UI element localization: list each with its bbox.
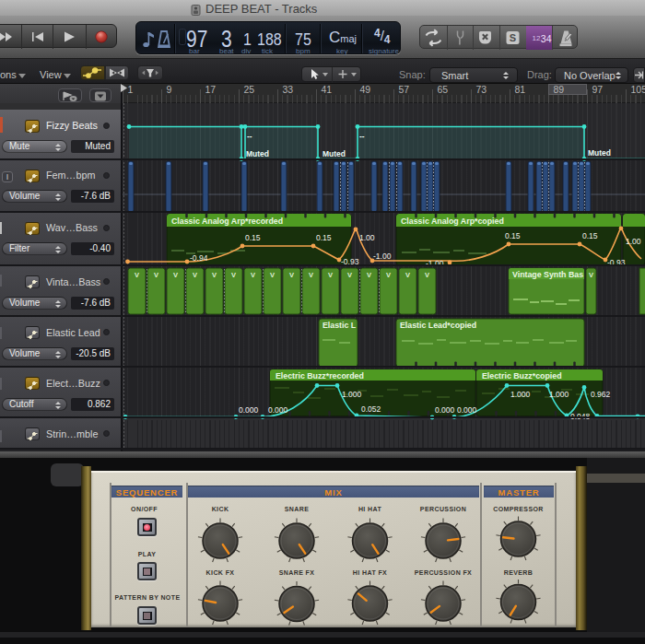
- svg-text:1.000: 1.000: [549, 390, 569, 399]
- svg-text:-1.00: -1.00: [426, 259, 444, 268]
- svg-text:V: V: [173, 271, 178, 279]
- svg-text:V: V: [135, 271, 139, 279]
- svg-text:V: V: [251, 271, 255, 279]
- svg-text:Elastic Lead*copied: Elastic Lead*copied: [400, 321, 476, 330]
- svg-text:Electric Buzz*copied: Electric Buzz*copied: [482, 371, 562, 381]
- svg-text:0.000: 0.000: [457, 405, 477, 415]
- svg-text:1.00: 1.00: [626, 237, 641, 246]
- svg-text:0.15: 0.15: [245, 233, 261, 242]
- svg-text:1.00: 1.00: [359, 233, 375, 242]
- svg-text:V: V: [270, 271, 275, 279]
- svg-text:Muted: Muted: [588, 148, 611, 158]
- svg-text:V: V: [231, 271, 236, 279]
- svg-text:S: S: [510, 32, 516, 43]
- svg-text:Vintage Synth Bas: Vintage Synth Bas: [512, 270, 583, 279]
- svg-text:Classic Analog Arp*copied: Classic Analog Arp*copied: [401, 217, 504, 226]
- svg-text:0.052: 0.052: [361, 404, 381, 414]
- svg-text:0.962: 0.962: [591, 390, 611, 399]
- svg-text:V: V: [405, 271, 410, 279]
- svg-text:0.000: 0.000: [435, 405, 455, 415]
- svg-text:V: V: [289, 271, 294, 279]
- svg-text:V: V: [425, 271, 429, 279]
- svg-text:Electric Buzz*recorded: Electric Buzz*recorded: [276, 371, 364, 381]
- svg-text:V: V: [589, 271, 593, 279]
- svg-text:Elastic L: Elastic L: [322, 321, 357, 330]
- svg-text:0.15: 0.15: [316, 233, 332, 242]
- svg-text:V: V: [347, 271, 352, 279]
- svg-text:V: V: [193, 271, 197, 279]
- svg-text:0.15: 0.15: [505, 231, 521, 240]
- svg-text:V: V: [309, 271, 313, 279]
- svg-text:0.000: 0.000: [239, 405, 259, 415]
- svg-text:Muted: Muted: [246, 149, 269, 158]
- svg-text:Muted: Muted: [322, 149, 346, 158]
- svg-text:--: --: [359, 132, 365, 141]
- svg-text:V: V: [154, 271, 158, 279]
- svg-text:1.000: 1.000: [510, 390, 531, 399]
- svg-text:Classic Analog Arp*recorded: Classic Analog Arp*recorded: [171, 217, 283, 226]
- svg-text:12: 12: [533, 34, 541, 42]
- svg-text:V: V: [367, 271, 371, 279]
- svg-text:0.15: 0.15: [582, 231, 598, 240]
- svg-text:V: V: [386, 271, 391, 279]
- svg-text:-0.94: -0.94: [190, 253, 208, 263]
- svg-text:V: V: [328, 271, 333, 279]
- svg-text:34: 34: [541, 33, 552, 44]
- svg-text:V: V: [212, 271, 217, 279]
- svg-text:1.000: 1.000: [342, 390, 362, 399]
- svg-text:--: --: [247, 132, 252, 141]
- svg-text:0.000: 0.000: [268, 405, 288, 415]
- svg-text:-1.00: -1.00: [373, 252, 392, 261]
